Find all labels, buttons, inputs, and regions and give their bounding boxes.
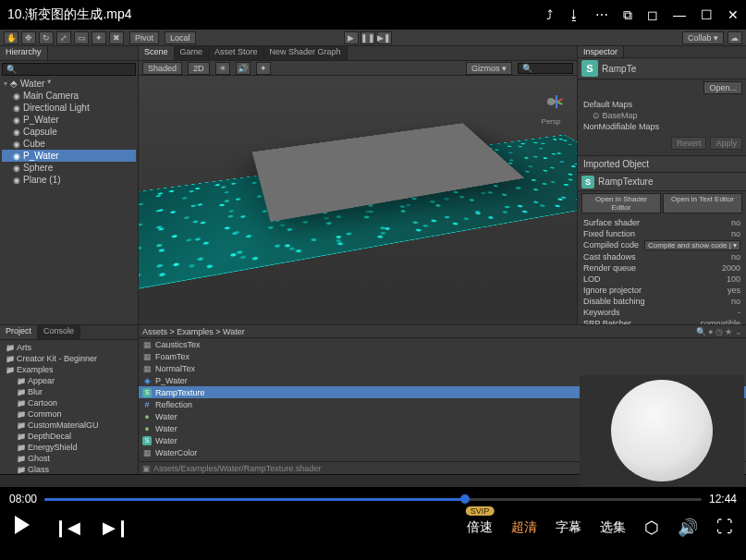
hierarchy-item[interactable]: ◉ Plane (1) — [2, 174, 136, 186]
play-icon[interactable] — [13, 515, 31, 540]
subtitle-button[interactable]: 字幕 — [556, 519, 581, 536]
minimize-icon[interactable]: — — [673, 7, 686, 22]
hand-tool[interactable]: ✋ — [4, 31, 18, 44]
folder-icon — [17, 454, 26, 463]
asset-breadcrumb[interactable]: Assets > Examples > Water 🔍 ● ◷ ★ ⌄ — [139, 325, 746, 338]
folder-item[interactable]: Glass — [2, 464, 136, 474]
progress-knob[interactable] — [460, 494, 470, 504]
progress-bar[interactable] — [44, 498, 702, 501]
hierarchy-item[interactable]: ◉ P_Water — [2, 114, 136, 126]
unity-toolbar: ✋ ✥ ↻ ⤢ ▭ ✦ ✖ Pivot Local ▶ ❚❚ ▶❚ Collab… — [0, 30, 746, 46]
play-button[interactable]: ▶ — [344, 31, 359, 44]
folder-item[interactable]: DepthDecal — [2, 431, 136, 442]
pivot-toggle[interactable]: Pivot — [129, 31, 159, 44]
folder-item[interactable]: Ghost — [2, 453, 136, 464]
scene-search[interactable]: 🔍 — [518, 63, 573, 74]
folder-item[interactable]: Cartoon — [2, 397, 136, 408]
orientation-gizmo[interactable]: Persp — [531, 81, 571, 122]
hierarchy-item[interactable]: ◉ Cube — [2, 138, 136, 150]
tab-inspector[interactable]: Inspector — [578, 46, 624, 57]
property-row: Render queue2000 — [583, 262, 740, 274]
rotate-tool[interactable]: ↻ — [39, 31, 54, 44]
pause-button[interactable]: ❚❚ — [361, 31, 375, 44]
compile-button[interactable]: Compile and show code | ▾ — [644, 240, 740, 250]
prev-icon[interactable]: ❙◀ — [54, 517, 80, 538]
cloud-icon[interactable]: ☁ — [728, 31, 742, 44]
asset-item[interactable]: ▦FoamTex — [139, 350, 746, 362]
hierarchy-item[interactable]: ◉ Capsule — [2, 126, 136, 138]
breadcrumb-icons[interactable]: 🔍 ● ◷ ★ ⌄ — [696, 327, 742, 336]
hierarchy-item[interactable]: ◉ Sphere — [2, 162, 136, 174]
folder-item[interactable]: Arts — [2, 342, 136, 353]
next-icon[interactable]: ▶❙ — [103, 517, 129, 538]
rect-tool[interactable]: ▭ — [74, 31, 89, 44]
toggle-2d[interactable]: 2D — [188, 62, 210, 75]
open-text-editor-button[interactable]: Open in Text Editor — [663, 193, 742, 213]
tab-shader-graph[interactable]: New Shader Graph — [264, 46, 348, 60]
open-button[interactable]: Open... — [703, 81, 742, 94]
share-icon[interactable]: ⤴ — [546, 7, 553, 22]
maximize-icon[interactable]: ☐ — [701, 7, 713, 22]
material-preview[interactable] — [580, 375, 744, 486]
folder-item[interactable]: Blur — [2, 386, 136, 397]
hierarchy-item[interactable]: ◉ Main Camera — [2, 90, 136, 102]
tab-game[interactable]: Game — [175, 46, 210, 60]
download-icon[interactable]: ⭳ — [568, 7, 581, 22]
gameobject-icon: ◉ — [13, 152, 20, 161]
open-shader-editor-button[interactable]: Open in Shader Editor — [581, 193, 661, 213]
scale-tool[interactable]: ⤢ — [56, 31, 71, 44]
mini-icon[interactable]: ◻ — [647, 7, 658, 22]
asset-item[interactable]: ▦CausticsTex — [139, 338, 746, 350]
tab-hierarchy[interactable]: Hierarchy — [0, 46, 48, 60]
gameobject-icon: ◉ — [13, 140, 20, 149]
pip-icon[interactable]: ⧉ — [623, 7, 632, 23]
gizmos-dropdown[interactable]: Gizmos ▾ — [466, 62, 512, 75]
tab-console[interactable]: Console — [38, 325, 80, 339]
episodes-button[interactable]: 选集 — [600, 519, 626, 536]
folder-icon — [17, 376, 26, 385]
fullscreen-icon[interactable]: ⛶ — [716, 517, 733, 537]
move-tool[interactable]: ✥ — [21, 31, 36, 44]
tab-asset-store[interactable]: Asset Store — [209, 46, 264, 60]
tab-project[interactable]: Project — [0, 325, 38, 339]
speed-button[interactable]: SVIP 倍速 — [467, 519, 493, 536]
collab-dropdown[interactable]: Collab ▾ — [682, 31, 724, 44]
revert-button[interactable]: Revert — [671, 137, 707, 150]
prefab-icon: ◈ — [142, 376, 152, 385]
folder-item[interactable]: Creator Kit - Beginner — [2, 353, 136, 364]
volume-icon[interactable]: 🔊 — [678, 517, 698, 538]
basemap-field[interactable]: ⊙ BaseMap — [583, 111, 740, 120]
folder-item[interactable]: EnergyShield — [2, 442, 136, 453]
scene-column: Scene Game Asset Store New Shader Graph … — [139, 46, 577, 324]
close-icon[interactable]: ✕ — [728, 7, 739, 22]
scene-tabs: Scene Game Asset Store New Shader Graph — [139, 46, 577, 61]
apply-button[interactable]: Apply — [710, 137, 742, 150]
quality-button[interactable]: 超清 — [511, 519, 537, 536]
hierarchy-search[interactable]: 🔍 — [2, 63, 136, 76]
folder-icon — [17, 420, 26, 430]
inspector-panel: Inspector S RampTe Open... Default Maps … — [577, 46, 746, 324]
folder-item[interactable]: Examples — [2, 364, 136, 375]
step-button[interactable]: ▶❚ — [377, 31, 392, 44]
folder-item[interactable]: Appear — [2, 375, 136, 386]
folder-item[interactable]: Common — [2, 408, 136, 420]
custom-tool[interactable]: ✖ — [109, 31, 124, 44]
scene-root[interactable]: ▾ ⬘ Water* — [2, 78, 136, 90]
audio-icon[interactable]: 🔊 — [236, 62, 251, 75]
tab-scene[interactable]: Scene — [139, 46, 175, 60]
window-title: 10.渐变图的生成.mp4 — [7, 6, 132, 23]
local-toggle[interactable]: Local — [165, 31, 196, 44]
settings-icon[interactable]: ⬡ — [644, 517, 659, 538]
transform-tool[interactable]: ✦ — [92, 31, 106, 44]
asset-item[interactable]: ▦NormalTex — [139, 362, 746, 374]
scene-viewport[interactable]: Persp — [139, 76, 577, 324]
hierarchy-item[interactable]: ◉ P_Water — [2, 150, 136, 162]
lighting-icon[interactable]: ☀ — [215, 62, 230, 75]
folder-item[interactable]: CustomMaterialGU — [2, 420, 136, 431]
fx-icon[interactable]: ✦ — [256, 62, 271, 75]
more-icon[interactable]: ⋯ — [595, 7, 608, 22]
folder-icon — [17, 398, 26, 408]
hierarchy-item[interactable]: ◉ Directional Light — [2, 102, 136, 114]
shader-icon: S — [142, 388, 152, 397]
shading-dropdown[interactable]: Shaded — [142, 62, 182, 75]
